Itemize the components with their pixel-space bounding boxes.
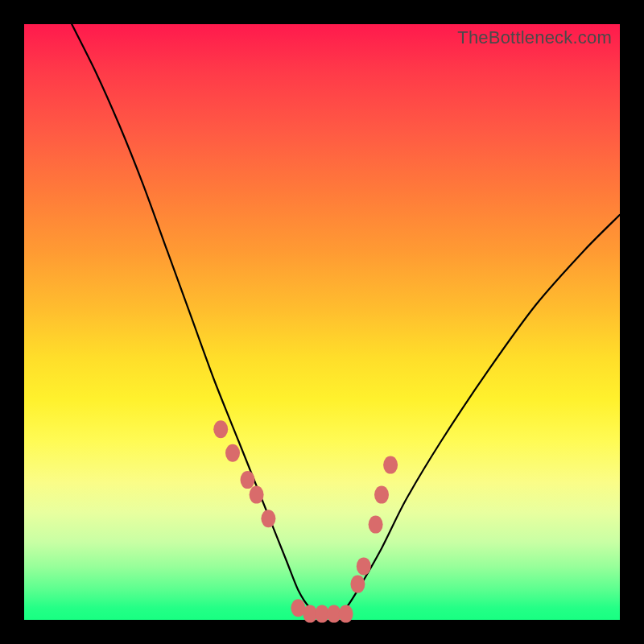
chart-frame: TheBottleneck.com	[0, 0, 644, 644]
bottleneck-curve-path	[72, 24, 620, 614]
curve-marker	[357, 557, 371, 575]
curve-marker	[261, 510, 275, 527]
curve-marker	[350, 576, 365, 593]
bottleneck-curve-svg	[24, 24, 620, 620]
curve-marker	[213, 420, 228, 438]
marker-group	[213, 420, 398, 622]
curve-marker	[225, 444, 240, 462]
curve-marker	[241, 471, 255, 489]
plot-area: TheBottleneck.com	[24, 24, 620, 620]
curve-marker	[250, 486, 264, 504]
curve-marker	[374, 486, 389, 504]
curve-marker	[339, 605, 353, 623]
curve-marker	[383, 456, 398, 474]
curve-marker	[369, 516, 383, 534]
